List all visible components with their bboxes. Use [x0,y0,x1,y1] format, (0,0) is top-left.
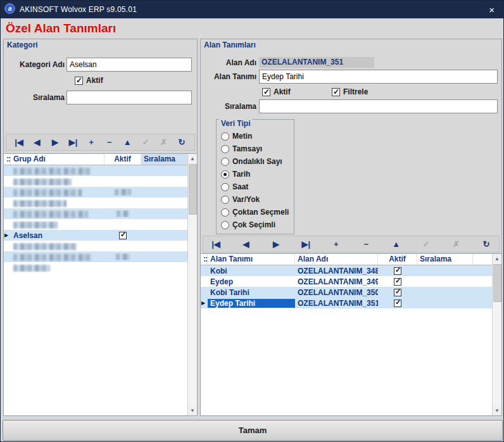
radio-icon[interactable] [221,158,229,166]
table-row[interactable]: Kobi Tarihi OZELALANTANIM_350 [201,287,492,298]
veri-tipi-option[interactable]: Çok Seçimli [221,218,294,231]
radio-icon[interactable] [221,196,229,204]
kategori-grid-header: :: Grup Adı Aktif Sıralama [4,154,187,165]
column-header-alan-tanimi[interactable]: Alan Tanımı [208,254,295,265]
kategori-adi-label: Kategori Adı [9,60,65,69]
table-row-redacted[interactable] [4,198,187,208]
page-header: Özel Alan Tanımları [1,18,503,39]
radio-icon[interactable] [221,145,229,153]
kategori-nav-refresh-button[interactable]: ↻ [174,136,189,149]
kategori-nav-cancel-button[interactable]: ✗ [156,136,171,149]
veri-tipi-option[interactable]: Var/Yok [221,193,294,206]
table-row-selected[interactable]: ▶ Eydep Tarihi OZELALANTANIM_351 [201,298,492,308]
row-aktif-checkbox[interactable] [394,300,401,307]
veri-tipi-option[interactable]: Ondalıklı Sayı [221,155,294,168]
scroll-down-icon[interactable]: ▼ [493,406,502,415]
redacted-text [13,200,66,207]
kategori-nav-next-button[interactable]: ▶ [47,136,63,149]
kategori-nav-post-button[interactable]: ✓ [138,136,153,149]
column-header-aktif[interactable]: Aktif [104,154,141,165]
scroll-up-icon[interactable]: ▲ [188,154,198,163]
alan-nav-next-button[interactable]: ▶ [268,237,284,251]
kategori-aktif-checkbox[interactable] [75,77,83,85]
table-row-redacted[interactable] [4,208,187,219]
kategori-aktif-row: Aktif [75,76,103,85]
table-row-redacted[interactable] [4,187,187,198]
alan-nav-prior-button[interactable]: ◀ [238,237,253,251]
alan-nav-delete-button[interactable]: − [358,237,374,251]
column-header-siralama[interactable]: Sıralama [141,154,187,165]
kategori-grid-scrollbar[interactable]: ▲ ▼ [187,154,197,415]
tamam-button[interactable]: Tamam [3,420,503,441]
radio-icon[interactable] [221,183,229,191]
row-aktif-checkbox[interactable] [394,267,401,275]
app-window: a AKINSOFT Wolvox ERP s9.05.01 × Özel Al… [0,0,504,442]
grid-handle-icon: :: [4,154,11,165]
column-header-aktif[interactable]: Aktif [378,254,417,265]
radio-icon[interactable] [221,208,229,217]
alan-nav-refresh-button[interactable]: ↻ [479,237,494,251]
page-title: Özel Alan Tanımları [6,22,116,35]
alan-nav-insert-button[interactable]: + [329,237,344,251]
kategori-nav-first-button[interactable]: |◀ [11,136,27,149]
cell-alan-adi: OZELALANTANIM_349 [295,277,378,286]
table-row-aselsan[interactable]: ▶ Aselsan [4,230,187,241]
scroll-up-icon[interactable]: ▲ [493,254,502,263]
scroll-down-icon[interactable]: ▼ [188,406,198,415]
close-icon[interactable]: × [484,3,500,16]
alan-filtrele-checkbox[interactable] [332,88,340,96]
table-row-redacted[interactable] [4,176,187,187]
scroll-thumb[interactable] [189,164,197,215]
table-row[interactable]: Kobi OZELALANTANIM_348 [201,265,492,276]
table-row-redacted[interactable] [4,219,187,230]
kategori-nav-last-button[interactable]: ▶| [66,136,81,149]
alan-nav-post-button[interactable]: ✓ [419,237,434,251]
row-aktif-checkbox[interactable] [394,278,401,286]
kategori-nav-prior-button[interactable]: ◀ [30,136,45,149]
kategori-siralama-input[interactable] [66,91,192,104]
radio-icon[interactable] [221,132,229,141]
svg-text:a: a [8,4,12,12]
table-row-redacted[interactable] [4,251,187,262]
veri-tipi-option[interactable]: Tamsayı [221,142,294,155]
alan-aktif-checkbox[interactable] [262,88,270,96]
radio-icon[interactable] [221,221,229,229]
alan-aktif-row: Aktif [262,87,291,96]
alan-grid-scrollbar[interactable]: ▲ ▼ [492,254,501,415]
radio-icon[interactable] [221,170,229,179]
veri-tipi-option[interactable]: Metin [221,130,294,142]
app-logo-icon: a [4,3,15,16]
kategori-aktif-label: Aktif [86,76,103,85]
alan-siralama-input[interactable] [259,99,498,113]
alan-nav-first-button[interactable]: |◀ [208,237,224,251]
veri-tipi-option-label: Var/Yok [232,195,260,204]
alan-tanimi-input[interactable] [259,70,498,84]
veri-tipi-option[interactable]: Çoktan Seçmeli [221,206,294,218]
veri-tipi-option[interactable]: Tarih [221,168,294,180]
row-aktif-checkbox[interactable] [394,289,401,296]
column-header-grup-adi[interactable]: Grup Adı [11,154,104,165]
alan-nav-edit-button[interactable]: ▲ [389,237,404,251]
alan-nav-last-button[interactable]: ▶| [298,237,313,251]
alan-tanimi-label: Alan Tanımı [205,72,256,81]
row-aktif-checkbox[interactable] [119,232,127,239]
table-row-redacted[interactable] [4,241,187,251]
table-row[interactable]: Eydep OZELALANTANIM_349 [201,276,492,287]
kategori-nav-edit-button[interactable]: ▲ [120,136,135,149]
alan-tanimlari-panel: Alan Tanımları Alan Adı OZELALANTANIM_35… [200,39,502,416]
veri-tipi-option-label: Tarih [232,170,250,179]
kategori-adi-input[interactable] [66,58,192,72]
titlebar: a AKINSOFT Wolvox ERP s9.05.01 × [1,1,503,18]
table-row-redacted[interactable] [4,165,187,176]
redacted-text [117,210,129,217]
veri-tipi-option[interactable]: Saat [221,180,294,193]
column-header-alan-adi[interactable]: Alan Adı [295,254,378,265]
alan-nav-cancel-button[interactable]: ✗ [449,237,464,251]
kategori-nav-insert-button[interactable]: + [84,136,99,149]
veri-tipi-group: Veri Tipi Metin Tamsayı Ondalıklı Sayı T… [216,119,294,234]
column-header-siralama[interactable]: Sıralama [417,254,473,265]
table-row-redacted[interactable] [4,262,187,273]
alan-adi-value: OZELALANTANIM_351 [259,57,374,68]
scroll-thumb[interactable] [493,264,501,302]
kategori-nav-delete-button[interactable]: − [102,136,117,149]
